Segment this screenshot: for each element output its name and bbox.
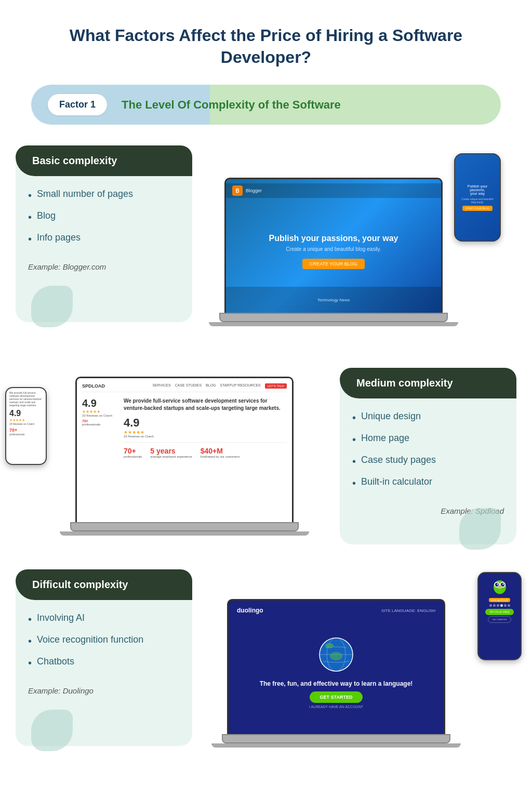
spdload-laptop-foot bbox=[60, 531, 309, 536]
spdload-phone-stars: ★★★★★ bbox=[9, 418, 43, 422]
duolingo-tagline-text: The free, fun, and effective way to lear… bbox=[260, 680, 413, 687]
spdload-logo-text: SPDLOAD bbox=[82, 383, 105, 389]
spdload-laptop-base bbox=[70, 522, 299, 531]
svg-point-5 bbox=[497, 583, 498, 584]
blogger-phone-text: Publish your passions,your way bbox=[459, 184, 496, 195]
spdload-phone-rating: 4.9 bbox=[9, 409, 43, 418]
duolingo-laptop-foot bbox=[211, 743, 461, 748]
spdload-phone-screen-content: We provide full-service software develop… bbox=[6, 388, 46, 464]
blogger-headline: Publish your passions, your way bbox=[269, 234, 398, 243]
spdload-pros-label: professionals bbox=[82, 423, 118, 426]
spdload-big-stars: ★★★★★ bbox=[124, 430, 154, 435]
difficult-list: •Involving AI •Voice recognition functio… bbox=[16, 612, 192, 670]
spdload-stat-revenue-num: $40+M bbox=[201, 447, 240, 455]
difficult-header-text: Difficult complexity bbox=[32, 579, 128, 590]
spdload-nav-bar: SPDLOAD SERVICES CASE STUDIES BLOG START… bbox=[82, 383, 287, 392]
duolingo-phone-later-btn[interactable]: GET STARTED bbox=[488, 616, 512, 623]
duolingo-phone-right: duolingo PLUS TRY PLUS FREE GET STARTED bbox=[477, 572, 522, 660]
list-item: •Involving AI bbox=[28, 612, 180, 626]
basic-complexity-card: Basic complexity •Small number of pages … bbox=[16, 145, 192, 322]
page-title: What Factors Affect the Price of Hiring … bbox=[62, 25, 470, 68]
list-item: •Voice recognition function bbox=[28, 634, 180, 648]
blogger-brand: Blogger bbox=[246, 188, 262, 193]
list-item: •Chatbots bbox=[28, 656, 180, 670]
list-item: •Info pages bbox=[28, 232, 180, 246]
medium-header-text: Medium complexity bbox=[356, 377, 453, 389]
duolingo-owl-small bbox=[490, 577, 509, 596]
spdload-stat-years-num: 5 years bbox=[150, 447, 192, 455]
spdload-stat-pros: 70+ professionals bbox=[124, 447, 142, 458]
spdload-phone-pros: 70+ bbox=[9, 428, 43, 433]
spdload-stats-row: 70+ professionals 5 years average employ… bbox=[124, 442, 287, 458]
spdload-hero-right: We provide full-service software develop… bbox=[124, 397, 287, 458]
spdload-phone-clutch: 23 Reviews on Clutch bbox=[9, 422, 43, 425]
spdload-phone-left: We provide full-service software develop… bbox=[5, 387, 47, 465]
spdload-stat-years-label: average employee experience bbox=[150, 455, 192, 458]
blogger-sub: Create a unique and beautiful blog easil… bbox=[269, 246, 398, 252]
duolingo-laptop-screen: duolingo SITE LANGUAGE: ENGLISH bbox=[227, 599, 445, 734]
spdload-phone-pros-label: professionals bbox=[9, 433, 43, 436]
blogger-logo-icon: B bbox=[232, 185, 243, 196]
blogger-nav-bar: B Blogger bbox=[226, 183, 441, 198]
spdload-stat-revenue: $40+M fundraised by our customers bbox=[201, 447, 240, 458]
spdload-big-rating-area: 4.9 ★★★★★ 23 Reviews on Clutch bbox=[124, 416, 287, 438]
duolingo-plus-badge: duolingo PLUS bbox=[489, 598, 510, 602]
difficult-complexity-card: Difficult complexity •Involving AI •Voic… bbox=[16, 569, 192, 746]
basic-list: •Small number of pages •Blog •Info pages bbox=[16, 189, 192, 246]
duolingo-phone-dots bbox=[489, 604, 510, 607]
basic-section: Basic complexity •Small number of pages … bbox=[16, 145, 516, 343]
basic-header: Basic complexity bbox=[16, 145, 192, 176]
basic-example: Example: Blogger.com bbox=[16, 254, 192, 271]
medium-header: Medium complexity bbox=[340, 368, 516, 398]
blogger-screen-content: B Blogger Publish your passions, your wa… bbox=[226, 179, 441, 313]
spdload-rating-num: 4.9 bbox=[82, 397, 118, 409]
blogger-phone-screen: Publish your passions,your way Create un… bbox=[455, 154, 500, 241]
spdload-big-rating: 4.9 bbox=[124, 416, 140, 429]
duolingo-start-button[interactable]: GET STARTED bbox=[310, 691, 363, 703]
medium-blob bbox=[459, 508, 501, 550]
spdload-phone-desc: We provide full-service software develop… bbox=[9, 391, 43, 407]
blogger-laptop-screen: B Blogger Publish your passions, your wa… bbox=[224, 178, 443, 313]
blogger-news: Technology News bbox=[317, 298, 350, 302]
difficult-section: Difficult complexity •Involving AI •Voic… bbox=[16, 569, 516, 767]
factor-title: The Level Of Complexity of the Software bbox=[122, 98, 341, 112]
list-item: •Unique design bbox=[352, 411, 504, 424]
spdload-main-headline: We provide full-service software develop… bbox=[124, 397, 287, 412]
spdload-mockup-container: We provide full-service software develop… bbox=[16, 377, 327, 536]
spdload-stars: ★★★★★ bbox=[82, 409, 118, 414]
spdload-stat-revenue-label: fundraised by our customers bbox=[201, 455, 240, 458]
blob-decoration bbox=[31, 286, 73, 327]
list-item: •Home page bbox=[352, 433, 504, 446]
svg-point-13 bbox=[330, 652, 342, 660]
svg-point-12 bbox=[325, 643, 334, 648]
spdload-pros-num: 70+ bbox=[82, 419, 118, 423]
svg-point-6 bbox=[502, 583, 503, 584]
difficult-example: Example: Duolingo bbox=[16, 678, 192, 695]
factor-badge: Factor 1 bbox=[48, 94, 107, 115]
spdload-hero-left: 4.9 ★★★★★ 23 Reviews on Clutch 70+ profe… bbox=[82, 397, 118, 458]
duolingo-login-link[interactable]: I ALREADY HAVE AN ACCOUNT bbox=[309, 705, 363, 709]
difficult-blob bbox=[31, 710, 73, 751]
blogger-mockup-area: Publish your passions,your way Create un… bbox=[192, 145, 516, 343]
blogger-laptop-foot bbox=[209, 322, 458, 326]
page-header: What Factors Affect the Price of Hiring … bbox=[0, 0, 532, 85]
blogger-bottom-bar: Technology News bbox=[226, 287, 441, 313]
blogger-phone-btn[interactable]: START YOUR BLOG bbox=[462, 206, 493, 211]
duolingo-laptop-base bbox=[222, 734, 450, 743]
difficult-header: Difficult complexity bbox=[16, 569, 192, 600]
spdload-hero-section: 4.9 ★★★★★ 23 Reviews on Clutch 70+ profe… bbox=[82, 397, 287, 458]
spdload-screen-content: SPDLOAD SERVICES CASE STUDIES BLOG START… bbox=[77, 378, 292, 522]
list-item: •Built-in calculator bbox=[352, 476, 504, 490]
blogger-cta-btn[interactable]: CREATE YOUR BLOG bbox=[302, 259, 365, 269]
blogger-laptop-base bbox=[219, 313, 448, 322]
factor-banner: Factor 1 The Level Of Complexity of the … bbox=[31, 85, 501, 125]
duolingo-laptop: duolingo SITE LANGUAGE: ENGLISH bbox=[227, 599, 445, 748]
medium-complexity-card: Medium complexity •Unique design •Home p… bbox=[340, 368, 516, 544]
duolingo-lang-selector: SITE LANGUAGE: ENGLISH bbox=[381, 608, 435, 613]
basic-header-text: Basic complexity bbox=[32, 155, 117, 166]
duolingo-phone-start-btn[interactable]: TRY PLUS FREE bbox=[485, 609, 514, 615]
list-item: •Case study pages bbox=[352, 455, 504, 468]
spdload-big-clutch: 23 Reviews on Clutch bbox=[124, 435, 154, 438]
spdload-cta-btn[interactable]: LET'S TALK bbox=[265, 383, 287, 389]
blogger-phone-mockup: Publish your passions,your way Create un… bbox=[454, 153, 501, 242]
